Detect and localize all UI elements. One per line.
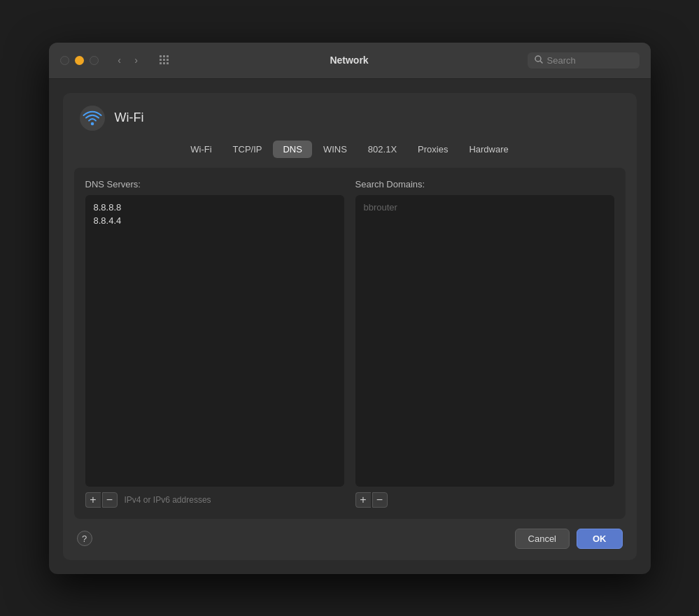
panel-header: Wi-Fi bbox=[63, 93, 637, 141]
tab-tcpip[interactable]: TCP/IP bbox=[223, 141, 272, 158]
svg-point-12 bbox=[90, 122, 94, 125]
remove-dns-server-button[interactable]: − bbox=[102, 492, 118, 508]
maximize-button[interactable] bbox=[90, 56, 99, 65]
svg-rect-7 bbox=[163, 62, 165, 64]
bottom-bar: ? Cancel OK bbox=[63, 519, 637, 560]
svg-rect-5 bbox=[167, 59, 169, 61]
tab-proxies[interactable]: Proxies bbox=[408, 141, 458, 158]
search-domain-placeholder: bbrouter bbox=[361, 201, 609, 214]
tabs-bar: Wi-Fi TCP/IP DNS WINS 802.1X Proxies Har… bbox=[63, 141, 637, 168]
dns-server-entry-2[interactable]: 8.8.4.4 bbox=[91, 214, 339, 227]
search-icon bbox=[535, 55, 543, 66]
close-button[interactable] bbox=[60, 56, 69, 65]
action-buttons: Cancel OK bbox=[515, 529, 623, 549]
dns-servers-list[interactable]: 8.8.8.8 8.8.4.4 bbox=[85, 195, 344, 487]
search-bar[interactable] bbox=[528, 52, 640, 69]
tab-8021x[interactable]: 802.1X bbox=[358, 141, 407, 158]
titlebar: ‹ › Network bbox=[49, 43, 651, 79]
minimize-button[interactable] bbox=[75, 56, 84, 65]
svg-rect-2 bbox=[167, 55, 169, 57]
search-domains-list[interactable]: bbrouter bbox=[355, 195, 614, 487]
svg-line-10 bbox=[540, 61, 542, 63]
dns-servers-column: DNS Servers: 8.8.8.8 8.8.4.4 + − IPv4 or… bbox=[85, 179, 344, 508]
svg-point-11 bbox=[80, 106, 105, 131]
tab-dns[interactable]: DNS bbox=[273, 141, 311, 158]
add-dns-server-button[interactable]: + bbox=[85, 492, 101, 508]
window-title: Network bbox=[180, 55, 519, 66]
help-button[interactable]: ? bbox=[77, 531, 92, 546]
tab-wifi[interactable]: Wi-Fi bbox=[181, 141, 221, 158]
grid-icon[interactable] bbox=[157, 53, 171, 67]
panel-title: Wi-Fi bbox=[115, 110, 144, 125]
ok-button[interactable]: OK bbox=[577, 529, 623, 549]
svg-point-9 bbox=[535, 56, 541, 62]
tab-hardware[interactable]: Hardware bbox=[459, 141, 518, 158]
svg-rect-1 bbox=[163, 55, 165, 57]
svg-rect-8 bbox=[167, 62, 169, 64]
dns-columns: DNS Servers: 8.8.8.8 8.8.4.4 + − IPv4 or… bbox=[85, 179, 614, 508]
content-area: Wi-Fi Wi-Fi TCP/IP DNS WINS 802.1X Proxi… bbox=[49, 79, 651, 574]
svg-rect-3 bbox=[160, 59, 162, 61]
network-window: ‹ › Network bbox=[49, 43, 651, 574]
wifi-icon bbox=[80, 106, 105, 131]
search-domains-label: Search Domains: bbox=[355, 179, 614, 189]
svg-rect-0 bbox=[160, 55, 162, 57]
forward-arrow-icon[interactable]: › bbox=[129, 53, 143, 67]
svg-rect-4 bbox=[163, 59, 165, 61]
tab-wins[interactable]: WINS bbox=[313, 141, 357, 158]
dns-hint: IPv4 or IPv6 addresses bbox=[125, 495, 211, 505]
search-input[interactable] bbox=[547, 55, 633, 66]
dns-server-entry-1[interactable]: 8.8.8.8 bbox=[91, 201, 339, 214]
back-arrow-icon[interactable]: ‹ bbox=[113, 53, 127, 67]
dns-content: DNS Servers: 8.8.8.8 8.8.4.4 + − IPv4 or… bbox=[74, 168, 626, 519]
search-domains-controls: + − bbox=[355, 492, 614, 508]
dns-servers-label: DNS Servers: bbox=[85, 179, 344, 189]
svg-rect-6 bbox=[160, 62, 162, 64]
nav-arrows: ‹ › bbox=[113, 53, 143, 67]
remove-search-domain-button[interactable]: − bbox=[372, 492, 388, 508]
add-search-domain-button[interactable]: + bbox=[355, 492, 371, 508]
panel: Wi-Fi Wi-Fi TCP/IP DNS WINS 802.1X Proxi… bbox=[63, 93, 637, 560]
cancel-button[interactable]: Cancel bbox=[515, 529, 570, 549]
dns-servers-controls: + − IPv4 or IPv6 addresses bbox=[85, 492, 344, 508]
traffic-lights bbox=[60, 56, 99, 65]
search-domains-column: Search Domains: bbrouter + − bbox=[355, 179, 614, 508]
